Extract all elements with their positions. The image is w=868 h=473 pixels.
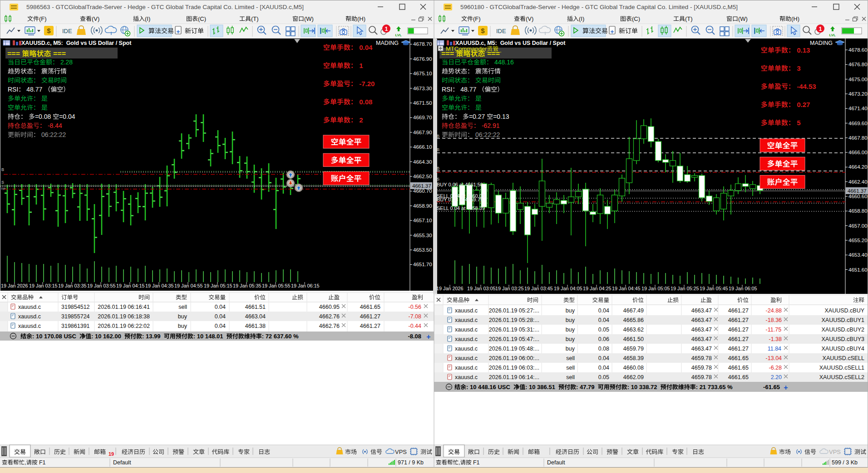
svg-text:4661.27: 4661.27 — [728, 307, 749, 314]
svg-text:BUY 0.08 at 4659.79: BUY 0.08 at 4659.79 — [437, 197, 483, 202]
svg-text:1: 1 — [385, 26, 388, 32]
svg-text:4661.27: 4661.27 — [728, 336, 749, 342]
svg-text:2026.01.19 05:27:...: 2026.01.19 05:27:... — [489, 307, 539, 314]
svg-text:buy: buy — [566, 327, 575, 333]
svg-text:19 Jan 05:35: 19 Jan 05:35 — [233, 283, 261, 288]
svg-text:xauusd.c: xauusd.c — [18, 304, 41, 310]
svg-text:(I): (I) — [145, 15, 150, 22]
svg-text:2.28: 2.28 — [59, 59, 73, 66]
svg-text:19 Jan 06:15: 19 Jan 06:15 — [291, 283, 319, 288]
svg-text:TP: TP — [1, 187, 5, 191]
svg-text:xauusd.c: xauusd.c — [455, 336, 478, 342]
svg-text:0.08: 0.08 — [598, 346, 609, 352]
svg-text:buy: buy — [566, 336, 575, 342]
svg-text:4678.60: 4678.60 — [848, 47, 868, 53]
svg-text:sell: sell — [566, 355, 575, 361]
svg-text:0.04: 0.04 — [215, 304, 226, 310]
svg-text:4675.00: 4675.00 — [848, 77, 868, 82]
svg-text:2026.01.19 06:03:...: 2026.01.19 06:03:... — [489, 365, 539, 371]
svg-text:: 10 338.72: : 10 338.72 — [627, 384, 661, 390]
svg-text:5960180 - GTCGlobalTrade-Serve: 5960180 - GTCGlobalTrade-Server - Hedge … — [460, 4, 738, 10]
svg-text:4662.76: 4662.76 — [319, 313, 340, 320]
svg-text:319854512: 319854512 — [61, 304, 90, 310]
svg-text:=0.04: =0.04 — [59, 113, 75, 120]
svg-text:19 Jan 04:45: 19 Jan 04:45 — [612, 286, 640, 291]
svg-text:4663.47: 4663.47 — [691, 317, 712, 323]
svg-text:(I): (I) — [579, 15, 584, 22]
svg-text:-44.53: -44.53 — [795, 83, 816, 90]
svg-text:2: 2 — [357, 116, 363, 124]
svg-text:4671.40: 4671.40 — [848, 106, 868, 111]
svg-text:xauusd.c: xauusd.c — [455, 374, 478, 380]
svg-text:4658.39: 4658.39 — [623, 355, 644, 361]
svg-text:XAUUSD.cSELL1: XAUUSD.cSELL1 — [819, 365, 864, 371]
svg-text:XAUUSD.c, M5: Gold vs US Doll: XAUUSD.c, M5: Gold vs US Dollar / Spot — [21, 40, 132, 46]
svg-text:-13.04: -13.04 — [766, 355, 782, 361]
svg-text:4662.50: 4662.50 — [413, 174, 432, 179]
svg-text:-6.28: -6.28 — [769, 365, 782, 371]
svg-text:4660.95: 4660.95 — [319, 304, 340, 310]
svg-text:4661.27: 4661.27 — [728, 346, 749, 352]
svg-text:B: B — [437, 147, 439, 152]
svg-text:4659.78: 4659.78 — [691, 374, 712, 380]
svg-text:1: 1 — [819, 26, 822, 32]
svg-text:: 10 448.16 USC: : 10 448.16 USC — [466, 384, 513, 390]
svg-text:4651.70: 4651.70 — [413, 262, 432, 267]
svg-text:-0.44: -0.44 — [409, 323, 422, 329]
svg-text:=0.27: =0.27 — [469, 113, 487, 120]
svg-text:4660.70: 4660.70 — [413, 188, 432, 194]
svg-text:-0.56: -0.56 — [409, 304, 422, 310]
svg-text:,: , — [459, 459, 460, 466]
svg-text:4669.60: 4669.60 — [848, 121, 868, 126]
svg-text:(V): (V) — [92, 15, 99, 22]
svg-text:0.04: 0.04 — [598, 365, 609, 371]
svg-text:MADING: MADING — [810, 40, 833, 46]
svg-text:2026.01.19 06:22:02: 2026.01.19 06:22:02 — [98, 323, 150, 329]
svg-text:19 Jan 03:35: 19 Jan 03:35 — [58, 283, 86, 288]
svg-text:xauusd.c: xauusd.c — [18, 323, 41, 329]
svg-text:19 Jan 05:15: 19 Jan 05:15 — [204, 283, 232, 288]
svg-text:-61.65: -61.65 — [763, 384, 780, 390]
svg-text:(F): (F) — [39, 15, 47, 22]
svg-text:48.77: 48.77 — [459, 86, 478, 93]
svg-text:0.13: 0.13 — [795, 46, 810, 54]
svg-text:(F): (F) — [473, 15, 481, 22]
svg-text:19 Jan 04:25: 19 Jan 04:25 — [583, 286, 611, 291]
svg-text:19 Jan 04:35: 19 Jan 04:35 — [145, 283, 173, 288]
svg-text:4660.08: 4660.08 — [623, 365, 644, 371]
svg-text:XAUUSD.cBUY4: XAUUSD.cBUY4 — [822, 346, 865, 352]
svg-text:4663.04: 4663.04 — [245, 313, 266, 320]
svg-text:2026.01.19 06:14:...: 2026.01.19 06:14:... — [489, 374, 539, 380]
svg-text:4667.80: 4667.80 — [848, 135, 868, 141]
svg-text:5: 5 — [795, 119, 801, 127]
svg-text:599 / 3 Kb: 599 / 3 Kb — [832, 459, 858, 466]
svg-text:19: 19 — [108, 451, 114, 457]
svg-text:4676.90: 4676.90 — [413, 56, 432, 62]
svg-text:+: + — [426, 333, 430, 341]
svg-text:4665.86: 4665.86 — [623, 317, 644, 323]
svg-text:48.77: 48.77 — [25, 86, 44, 93]
svg-text:4662.09: 4662.09 — [623, 374, 644, 380]
svg-text:4663.62: 4663.62 — [623, 327, 644, 333]
svg-text:XAUUSD.cBUY3: XAUUSD.cBUY3 — [822, 336, 865, 342]
svg-text:: 47.79: : 47.79 — [576, 384, 598, 390]
svg-text:sell: sell — [178, 304, 187, 310]
svg-text:2026.01.19 06:00:...: 2026.01.19 06:00:... — [489, 355, 539, 361]
svg-text:0.04: 0.04 — [357, 44, 373, 51]
svg-text:: 21 733.65 %: : 21 733.65 % — [696, 384, 733, 390]
svg-text:buy: buy — [566, 307, 575, 314]
svg-text:4675.10: 4675.10 — [413, 71, 432, 76]
svg-text:0.08: 0.08 — [357, 98, 372, 106]
svg-text:(W): (W) — [738, 15, 748, 22]
svg-text:4673.30: 4673.30 — [413, 86, 432, 91]
svg-text:: 10 170.08 USC: : 10 170.08 USC — [32, 333, 79, 340]
svg-text:4666.10: 4666.10 — [413, 144, 432, 150]
svg-text:: 72 637.60 %: : 72 637.60 % — [262, 333, 299, 340]
svg-text:2.20: 2.20 — [771, 374, 782, 380]
svg-text:0.04: 0.04 — [598, 317, 609, 323]
svg-text:4663.47: 4663.47 — [691, 346, 712, 352]
svg-text:4662.40: 4662.40 — [848, 179, 868, 185]
svg-text:-11.75: -11.75 — [766, 327, 782, 333]
svg-text:19 Jan 05:55: 19 Jan 05:55 — [262, 283, 290, 288]
svg-text:4658.90: 4658.90 — [413, 203, 432, 209]
